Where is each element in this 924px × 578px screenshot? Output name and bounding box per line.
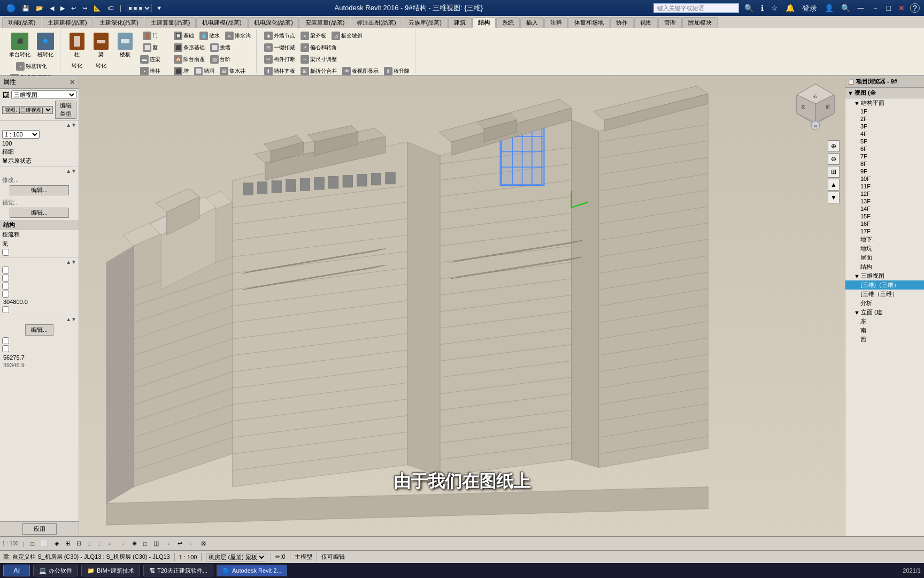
btn-liang-zhuhaua[interactable]: 转化: [91, 61, 111, 71]
check3[interactable]: [2, 275, 9, 282]
view-section-btn[interactable]: ◫: [151, 539, 161, 548]
floor-select[interactable]: 机房层 (屋顶) 梁板: [206, 553, 266, 561]
taskbar-office-btn[interactable]: 💻 办公软件: [33, 565, 78, 576]
view-thin-lines-btn[interactable]: □: [28, 539, 36, 548]
btn-czt[interactable]: ⬛ 承台转化: [6, 31, 33, 60]
user-icon-btn[interactable]: 👤: [822, 4, 836, 12]
tree-floor-2f[interactable]: 2F: [845, 115, 924, 123]
view-type-select[interactable]: 三维视图: [11, 90, 76, 99]
btn-liang-main[interactable]: 梁: [90, 31, 112, 60]
tree-floor-13f[interactable]: 13F: [845, 197, 924, 205]
dropdown-btn[interactable]: ▼: [154, 4, 164, 12]
view-2d-btn[interactable]: ⊞: [63, 539, 72, 548]
tree-elev-nan[interactable]: 南: [845, 326, 924, 335]
btn-dong2[interactable]: ⬜ 墙洞: [192, 66, 217, 77]
check2[interactable]: [2, 267, 9, 273]
tree-floor-10f[interactable]: 10F: [845, 175, 924, 182]
navcube[interactable]: 右 前 左 N: [786, 81, 840, 135]
tab-djjm[interactable]: 机电建模(品茗): [196, 17, 247, 28]
tree-floor-17f[interactable]: 17F: [845, 227, 924, 235]
tree-floor-di[interactable]: 地下-: [845, 235, 924, 244]
star-btn[interactable]: ☆: [769, 4, 780, 12]
btn-zeng2[interactable]: ⬛ 增: [172, 66, 191, 77]
tab-djsh[interactable]: 机电深化(品茗): [248, 17, 299, 28]
tab-cr[interactable]: 插入: [520, 17, 544, 28]
edit3-btn[interactable]: 编辑...: [25, 324, 53, 336]
tree-elev-xi[interactable]: 西: [845, 335, 924, 344]
btn-bfhb2[interactable]: ⊞ 板折分合并: [298, 66, 339, 77]
bell-btn[interactable]: 🔔: [783, 4, 797, 12]
btn-jsj2[interactable]: ⊞ 集水井: [218, 66, 248, 77]
search-btn[interactable]: 🔍: [742, 4, 756, 12]
view-down-btn[interactable]: ▼: [828, 192, 840, 203]
btn-taijie[interactable]: ▤ 台阶: [208, 54, 233, 65]
btn-ban-main[interactable]: 楼板: [114, 31, 136, 60]
tree-floor-3f[interactable]: 3F: [845, 123, 924, 130]
tree-views-header[interactable]: ▼ 视图 (全: [845, 88, 924, 98]
tree-3d-item3[interactable]: 分析: [845, 299, 924, 308]
btn-dzt[interactable]: ▪ 独基转化: [6, 61, 57, 72]
taskbar-t20-btn[interactable]: 🏗 T20天正建筑软件...: [143, 565, 213, 576]
tree-floor-12f[interactable]: 12F: [845, 190, 924, 197]
tab-tj[interactable]: 体量和场地: [568, 17, 610, 28]
btn-lmcct[interactable]: ↔ 梁尺寸调整: [298, 54, 339, 65]
tab-bztc[interactable]: 标注出图(品茗): [351, 17, 402, 28]
tree-floor-6f[interactable]: 6F: [845, 145, 924, 153]
revit-icon-btn[interactable]: 🔵: [4, 4, 18, 12]
collapse-up-btn[interactable]: ▲: [66, 122, 71, 128]
tab-gl[interactable]: 管理: [658, 17, 682, 28]
viewport[interactable]: 由于我们在图纸上 右 前 左 N: [79, 76, 845, 536]
btn-bianpo[interactable]: ◿ 板变坡斜: [329, 31, 365, 41]
btn-chuang-main[interactable]: ⬜ 窗: [138, 42, 163, 53]
collapse-down-btn[interactable]: ▼: [71, 122, 76, 128]
view-walk-btn[interactable]: ⊕: [130, 539, 139, 548]
tab-st[interactable]: 视图: [634, 17, 658, 28]
more-expand-btn[interactable]: ▼: [71, 259, 76, 265]
minimize-btn[interactable]: －: [869, 4, 881, 12]
tab-tjsh[interactable]: 土建深化(品茗): [94, 17, 144, 28]
view-undo-view-btn[interactable]: ↩: [175, 539, 184, 548]
btn-men-main[interactable]: 🚪 门: [138, 31, 163, 41]
edit3-collapse-btn[interactable]: ▲: [66, 316, 71, 322]
tab-tjjm[interactable]: 土建建模(品茗): [42, 17, 93, 28]
tab-yck[interactable]: 云族库(品茗): [403, 17, 448, 28]
measure-btn[interactable]: 📐: [91, 4, 103, 13]
panel-close-btn[interactable]: ✕: [70, 78, 75, 86]
workspace-select[interactable]: ■ ■ ■: [126, 4, 152, 12]
tab-tjsl[interactable]: 土建算量(品茗): [145, 17, 196, 28]
graphic-collapse-btn[interactable]: ▲: [66, 168, 71, 174]
taskbar-revit-btn[interactable]: 🔵 Autodesk Revit 2...: [217, 565, 287, 576]
tree-floor-dikeng[interactable]: 地坑: [845, 244, 924, 253]
tree-floor-7f[interactable]: 7F: [845, 153, 924, 160]
view-crop-btn[interactable]: ◈: [52, 539, 61, 548]
undo-back-btn[interactable]: ◀: [48, 4, 56, 13]
login-btn[interactable]: 登录: [800, 4, 819, 12]
view-up-btn[interactable]: ▲: [828, 179, 840, 191]
check8[interactable]: [2, 345, 9, 352]
tree-elev-header[interactable]: ▼ 立面 (建: [845, 308, 924, 317]
edit-visual-btn[interactable]: 编辑...: [10, 208, 69, 218]
btn-jichu[interactable]: 🔲 基础: [172, 31, 196, 41]
view-fwd-btn[interactable]: ←: [187, 539, 197, 548]
btn-an-main[interactable]: ▪ 暗柱: [138, 66, 163, 77]
scale-select[interactable]: 1 : 100: [2, 130, 40, 139]
btn-zhu-zhuhaua[interactable]: 转化: [67, 61, 87, 71]
btn-bsj2[interactable]: ⬆ 板升降: [382, 66, 412, 77]
zoom-out-btn[interactable]: ⊖: [828, 153, 840, 165]
help-btn[interactable]: ?: [910, 3, 920, 13]
tree-3d-item1[interactable]: {三维}（三维）: [845, 280, 924, 290]
view-detail-btn[interactable]: ≡: [86, 539, 93, 548]
tab-xz[interactable]: 协作: [610, 17, 634, 28]
tab-jg[interactable]: 结构: [472, 17, 496, 28]
view-3d-btn[interactable]: ⊡: [74, 539, 83, 548]
btn-yangtai[interactable]: 🏠 阳台雨蓬: [172, 54, 207, 65]
tree-floor-4f[interactable]: 4F: [845, 130, 924, 138]
tree-floor-5f[interactable]: 5F: [845, 138, 924, 145]
check1[interactable]: [2, 249, 9, 256]
tree-floor-jiegou[interactable]: 结构: [845, 262, 924, 271]
edit3-expand-btn[interactable]: ▼: [71, 316, 76, 322]
tree-floor-1f[interactable]: 1F: [845, 108, 924, 115]
btn-sanshui[interactable]: 💧 散水: [197, 31, 222, 41]
search-icon-btn[interactable]: 🔍: [839, 4, 852, 12]
edit-type-btn[interactable]: 编辑类型: [55, 101, 76, 119]
